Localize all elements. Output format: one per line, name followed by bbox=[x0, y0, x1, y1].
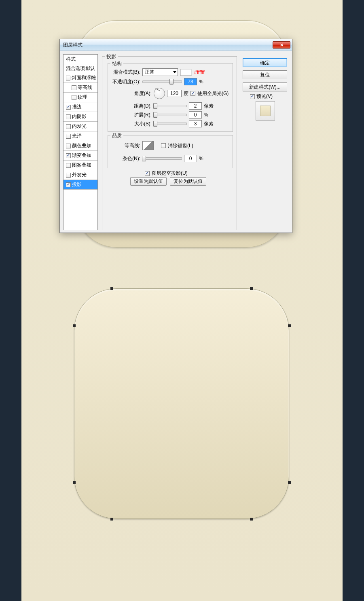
ok-button[interactable]: 确定 bbox=[243, 58, 287, 67]
global-light-checkbox[interactable] bbox=[190, 91, 195, 96]
preview-swatch bbox=[256, 101, 275, 121]
path-anchor[interactable] bbox=[110, 287, 113, 290]
sidebar-item-drop-shadow[interactable]: 投影 bbox=[63, 180, 97, 190]
distance-label: 距离(D): bbox=[111, 103, 152, 110]
new-style-button[interactable]: 新建样式(W)... bbox=[243, 83, 287, 91]
angle-dial[interactable] bbox=[154, 88, 165, 99]
slider-thumb-icon[interactable] bbox=[153, 121, 157, 127]
sidebar-item-inner-glow[interactable]: 内发光 bbox=[63, 122, 97, 131]
slider-thumb-icon[interactable] bbox=[142, 156, 146, 161]
distance-slider[interactable] bbox=[154, 105, 187, 107]
sidebar-item-color-overlay[interactable]: 颜色叠加 bbox=[63, 141, 97, 151]
sidebar-item-label: 纹理 bbox=[78, 94, 87, 101]
sidebar-item-styles[interactable]: 样式 bbox=[63, 55, 97, 64]
lower-rounded-rect-path[interactable] bbox=[74, 288, 289, 519]
structure-group: 结构 混合模式(B): 正常 #ffffff 不透明度(O): 73 % bbox=[108, 63, 233, 132]
checkbox-icon[interactable] bbox=[66, 144, 71, 148]
path-anchor[interactable] bbox=[288, 481, 291, 484]
antialias-label: 消除锯齿(L) bbox=[168, 142, 193, 149]
opacity-input[interactable]: 73 bbox=[184, 78, 197, 85]
styles-sidebar: 样式 混合选项:默认 斜面和浮雕 等高线 纹理 描边 bbox=[63, 54, 98, 230]
dialog-title: 图层样式 bbox=[63, 42, 83, 49]
sidebar-item-label: 投影 bbox=[72, 181, 82, 188]
sidebar-item-label: 样式 bbox=[66, 56, 76, 63]
checkbox-icon[interactable] bbox=[66, 134, 71, 139]
sidebar-item-label: 混合选项:默认 bbox=[66, 66, 95, 72]
sidebar-item-label: 斜面和浮雕 bbox=[72, 74, 96, 81]
cancel-button[interactable]: 复位 bbox=[243, 70, 287, 79]
angle-input[interactable]: 120 bbox=[167, 90, 182, 97]
checkbox-icon[interactable] bbox=[66, 105, 71, 110]
sidebar-item-pattern-overlay[interactable]: 图案叠加 bbox=[63, 161, 97, 170]
sidebar-item-bevel[interactable]: 斜面和浮雕 bbox=[63, 73, 97, 83]
noise-input[interactable]: 0 bbox=[184, 155, 197, 162]
spread-input[interactable]: 0 bbox=[189, 111, 202, 119]
sidebar-item-stroke[interactable]: 描边 bbox=[63, 102, 97, 112]
spread-label: 扩展(R): bbox=[111, 112, 152, 119]
close-button[interactable]: ✕ bbox=[273, 41, 290, 49]
layer-style-dialog: 图层样式 ✕ 样式 混合选项:默认 斜面和浮雕 等高线 纹理 bbox=[59, 39, 292, 233]
checkbox-icon[interactable] bbox=[66, 153, 71, 158]
noise-slider[interactable] bbox=[142, 157, 182, 160]
sidebar-item-label: 渐变叠加 bbox=[72, 152, 91, 159]
checkbox-icon[interactable] bbox=[66, 173, 71, 178]
path-anchor[interactable] bbox=[73, 481, 76, 484]
slider-thumb-icon[interactable] bbox=[153, 103, 157, 109]
path-anchor[interactable] bbox=[288, 324, 291, 327]
slider-thumb-icon[interactable] bbox=[153, 112, 157, 118]
knockout-checkbox[interactable] bbox=[145, 171, 150, 176]
path-anchor[interactable] bbox=[250, 518, 253, 521]
path-anchor[interactable] bbox=[250, 287, 253, 290]
sidebar-item-contour[interactable]: 等高线 bbox=[63, 83, 97, 93]
checkbox-icon[interactable] bbox=[66, 114, 71, 119]
checkbox-icon[interactable] bbox=[66, 163, 71, 168]
sidebar-item-blend-options[interactable]: 混合选项:默认 bbox=[63, 64, 97, 73]
blend-mode-label: 混合模式(B): bbox=[111, 69, 140, 76]
blend-mode-value: 正常 bbox=[145, 69, 154, 76]
path-anchor[interactable] bbox=[110, 518, 113, 521]
global-light-label: 使用全局光(G) bbox=[197, 90, 229, 97]
titlebar[interactable]: 图层样式 ✕ bbox=[60, 39, 292, 51]
angle-label: 角度(A): bbox=[111, 90, 152, 97]
checkbox-icon[interactable] bbox=[72, 85, 76, 90]
sidebar-item-label: 等高线 bbox=[78, 84, 92, 91]
sidebar-item-gradient-overlay[interactable]: 渐变叠加 bbox=[63, 151, 97, 161]
sidebar-item-satin[interactable]: 光泽 bbox=[63, 131, 97, 141]
checkbox-icon[interactable] bbox=[66, 124, 71, 129]
slider-thumb-icon[interactable] bbox=[169, 79, 174, 85]
group-legend: 投影 bbox=[105, 53, 118, 60]
chevron-down-icon bbox=[173, 71, 176, 73]
contour-picker[interactable] bbox=[142, 141, 154, 150]
spread-slider[interactable] bbox=[154, 114, 187, 116]
path-anchor[interactable] bbox=[73, 324, 76, 327]
sidebar-item-label: 内发光 bbox=[72, 123, 87, 130]
sidebar-item-label: 图案叠加 bbox=[72, 162, 91, 169]
group-legend: 结构 bbox=[110, 60, 123, 67]
checkbox-icon[interactable] bbox=[66, 76, 70, 80]
reset-default-button[interactable]: 复位为默认值 bbox=[170, 177, 206, 186]
blend-mode-select[interactable]: 正常 bbox=[142, 68, 178, 76]
size-input[interactable]: 3 bbox=[189, 120, 202, 127]
sidebar-item-texture[interactable]: 纹理 bbox=[63, 93, 97, 102]
set-default-button[interactable]: 设置为默认值 bbox=[130, 177, 167, 186]
sidebar-item-outer-glow[interactable]: 外发光 bbox=[63, 170, 97, 180]
opacity-unit: % bbox=[199, 79, 203, 85]
checkbox-icon[interactable] bbox=[66, 182, 71, 187]
size-label: 大小(S): bbox=[111, 121, 152, 127]
shadow-color-swatch[interactable] bbox=[180, 69, 192, 76]
size-unit: 像素 bbox=[204, 121, 214, 127]
opacity-slider[interactable] bbox=[142, 80, 182, 83]
sidebar-item-inner-shadow[interactable]: 内阴影 bbox=[63, 112, 97, 122]
size-slider[interactable] bbox=[154, 123, 187, 125]
checkbox-icon[interactable] bbox=[72, 95, 76, 100]
preview-checkbox[interactable] bbox=[250, 94, 255, 99]
quality-group: 品质 等高线: 消除锯齿(L) 杂色(N): 0 % bbox=[108, 135, 233, 168]
distance-input[interactable]: 2 bbox=[189, 102, 202, 110]
spread-unit: % bbox=[204, 112, 208, 118]
angle-unit: 度 bbox=[184, 90, 188, 97]
knockout-label: 图层挖空投影(U) bbox=[152, 170, 188, 177]
antialias-checkbox[interactable] bbox=[161, 143, 166, 148]
sidebar-item-label: 内阴影 bbox=[72, 113, 87, 120]
sidebar-item-label: 外发光 bbox=[72, 171, 87, 178]
noise-label: 杂色(N): bbox=[111, 155, 140, 162]
